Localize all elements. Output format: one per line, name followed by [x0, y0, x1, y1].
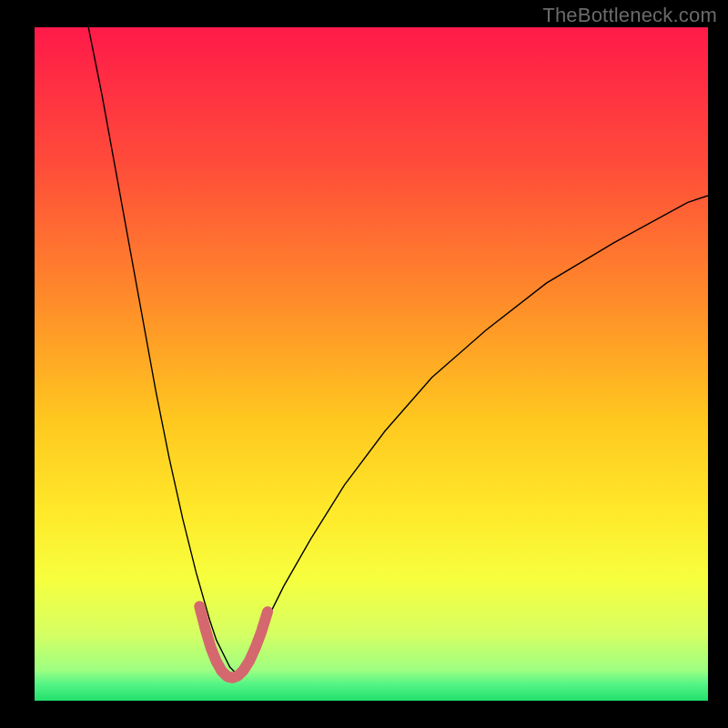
chart-container: TheBottleneck.com	[0, 0, 728, 728]
chart-svg	[35, 27, 708, 701]
chart-background	[35, 27, 708, 701]
plot-area	[35, 27, 708, 701]
watermark-text: TheBottleneck.com	[542, 4, 717, 27]
